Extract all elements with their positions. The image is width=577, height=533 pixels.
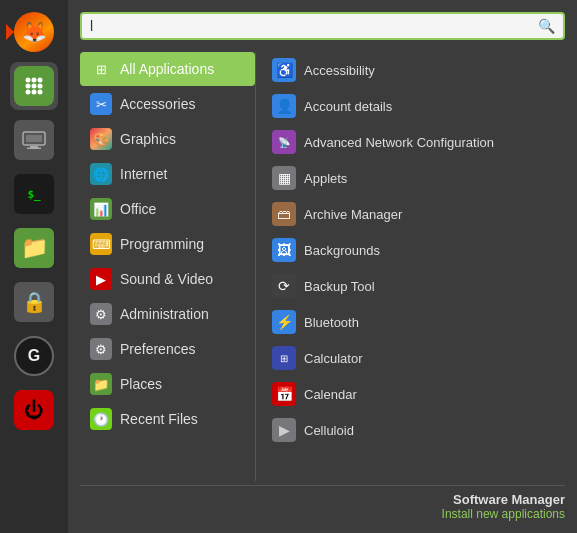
apps-list: ♿ Accessibility 👤 Account details 📡 Adva… xyxy=(255,52,565,481)
category-accessories[interactable]: ✂ Accessories xyxy=(80,87,255,121)
taskbar-item-files[interactable]: 📁 xyxy=(10,224,58,272)
category-office[interactable]: 📊 Office xyxy=(80,192,255,226)
menu-content: ⊞ All Applications ✂ Accessories 🎨 Graph… xyxy=(80,52,565,481)
category-programming[interactable]: ⌨ Programming xyxy=(80,227,255,261)
category-all-applications[interactable]: ⊞ All Applications xyxy=(80,52,255,86)
app-celluloid[interactable]: ▶ Celluloid xyxy=(264,412,565,448)
graphics-icon: 🎨 xyxy=(90,128,112,150)
svg-rect-10 xyxy=(26,135,42,142)
search-bar: 🔍 xyxy=(80,12,565,40)
app-calculator[interactable]: ⊞ Calculator xyxy=(264,340,565,376)
app-account-details[interactable]: 👤 Account details xyxy=(264,88,565,124)
advanced-network-icon: 📡 xyxy=(272,130,296,154)
category-places[interactable]: 📁 Places xyxy=(80,367,255,401)
category-recent-files[interactable]: 🕐 Recent Files xyxy=(80,402,255,436)
app-calendar[interactable]: 📅 Calendar xyxy=(264,376,565,412)
app-applets[interactable]: ▦ Applets xyxy=(264,160,565,196)
account-details-icon: 👤 xyxy=(272,94,296,118)
svg-point-5 xyxy=(38,84,43,89)
office-icon: 📊 xyxy=(90,198,112,220)
app-accessibility[interactable]: ♿ Accessibility xyxy=(264,52,565,88)
places-icon: 📁 xyxy=(90,373,112,395)
taskbar-item-power[interactable]: ⏻ xyxy=(10,386,58,434)
bluetooth-icon: ⚡ xyxy=(272,310,296,334)
taskbar: 🦊 xyxy=(0,0,68,533)
software-footer: Software Manager Install new application… xyxy=(80,485,565,521)
preferences-icon: ⚙ xyxy=(90,338,112,360)
celluloid-icon: ▶ xyxy=(272,418,296,442)
accessibility-icon: ♿ xyxy=(272,58,296,82)
calculator-icon: ⊞ xyxy=(272,346,296,370)
svg-point-2 xyxy=(38,78,43,83)
app-backup-tool[interactable]: ⟳ Backup Tool xyxy=(264,268,565,304)
category-sound-video[interactable]: ▶ Sound & Video xyxy=(80,262,255,296)
backgrounds-icon: 🖼 xyxy=(272,238,296,262)
svg-point-8 xyxy=(38,90,43,95)
software-manager-title[interactable]: Software Manager xyxy=(80,492,565,507)
category-preferences[interactable]: ⚙ Preferences xyxy=(80,332,255,366)
all-applications-icon: ⊞ xyxy=(90,58,112,80)
app-bluetooth[interactable]: ⚡ Bluetooth xyxy=(264,304,565,340)
taskbar-item-gimp[interactable]: G xyxy=(10,332,58,380)
programming-icon: ⌨ xyxy=(90,233,112,255)
install-new-apps-link[interactable]: Install new applications xyxy=(80,507,565,521)
search-input[interactable] xyxy=(90,18,538,34)
applets-icon: ▦ xyxy=(272,166,296,190)
administration-icon: ⚙ xyxy=(90,303,112,325)
calendar-icon: 📅 xyxy=(272,382,296,406)
app-backgrounds[interactable]: 🖼 Backgrounds xyxy=(264,232,565,268)
sound-video-icon: ▶ xyxy=(90,268,112,290)
app-advanced-network[interactable]: 📡 Advanced Network Configuration xyxy=(264,124,565,160)
taskbar-item-firefox[interactable]: 🦊 xyxy=(10,8,58,56)
categories-panel: ⊞ All Applications ✂ Accessories 🎨 Graph… xyxy=(80,52,255,481)
svg-point-7 xyxy=(32,90,37,95)
accessories-icon: ✂ xyxy=(90,93,112,115)
system-icon xyxy=(22,131,46,149)
category-administration[interactable]: ⚙ Administration xyxy=(80,297,255,331)
svg-point-1 xyxy=(32,78,37,83)
taskbar-item-lock[interactable]: 🔒 xyxy=(10,278,58,326)
app-archive-manager[interactable]: 🗃 Archive Manager xyxy=(264,196,565,232)
category-internet[interactable]: 🌐 Internet xyxy=(80,157,255,191)
active-arrow xyxy=(6,24,14,40)
category-graphics[interactable]: 🎨 Graphics xyxy=(80,122,255,156)
archive-manager-icon: 🗃 xyxy=(272,202,296,226)
recent-files-icon: 🕐 xyxy=(90,408,112,430)
taskbar-item-system[interactable] xyxy=(10,116,58,164)
taskbar-item-mint-menu[interactable] xyxy=(10,62,58,110)
menu-area: 🔍 ⊞ All Applications ✂ Accessories 🎨 Gra… xyxy=(68,0,577,533)
taskbar-item-terminal[interactable]: $_ xyxy=(10,170,58,218)
svg-point-0 xyxy=(26,78,31,83)
internet-icon: 🌐 xyxy=(90,163,112,185)
svg-point-6 xyxy=(26,90,31,95)
svg-rect-12 xyxy=(27,148,41,150)
svg-point-3 xyxy=(26,84,31,89)
mint-menu-grid-icon xyxy=(22,74,46,98)
svg-point-4 xyxy=(32,84,37,89)
backup-tool-icon: ⟳ xyxy=(272,274,296,298)
search-icon[interactable]: 🔍 xyxy=(538,18,555,34)
